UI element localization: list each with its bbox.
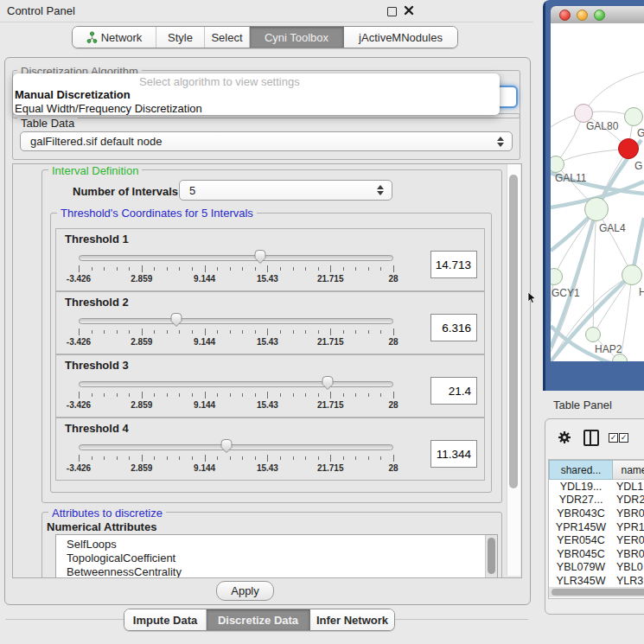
tick-mark <box>179 267 180 271</box>
tick-mark <box>255 330 256 334</box>
threshold-value-field[interactable] <box>430 440 477 468</box>
threshold-slider[interactable]: -3.4262.8599.14415.4321.71528 <box>79 437 393 475</box>
table-row[interactable]: YPR145WYPR1 <box>549 520 644 534</box>
slider-thumb[interactable] <box>220 438 233 454</box>
checkbox-checked-icon[interactable]: ✓ <box>619 433 628 443</box>
table-row[interactable]: YBR045CYBR0 <box>549 547 644 561</box>
graph-node-hap2[interactable] <box>585 327 601 342</box>
tab-select[interactable]: Select <box>205 27 250 48</box>
tick-mark <box>368 330 369 334</box>
numerical-attributes-list[interactable]: SelfLoopsTopologicalCoefficientBetweenne… <box>55 534 498 578</box>
dropdown-placeholder-item[interactable]: Select algorithm to view settings <box>139 75 300 88</box>
columns-icon[interactable] <box>583 430 599 446</box>
tab-impute-data[interactable]: Impute Data <box>124 609 207 630</box>
slider-scale: -3.4262.8599.14415.4321.71528 <box>79 337 393 348</box>
table-row[interactable]: YER054CYER0 <box>549 533 644 547</box>
attribute-list-item[interactable]: TopologicalCoefficient <box>67 552 175 565</box>
slider-track[interactable] <box>79 318 393 324</box>
gear-icon[interactable] <box>558 430 571 444</box>
tick-mark <box>92 393 92 397</box>
table-row[interactable]: YBR043CYBR0 <box>549 507 644 520</box>
table-row[interactable]: YDL19...YDL1 <box>549 480 644 494</box>
tab-discretize-data[interactable]: Discretize Data <box>207 609 310 630</box>
threshold-value-field[interactable] <box>430 377 477 405</box>
column-header-shared-name[interactable]: shared... <box>549 460 613 480</box>
tick-mark <box>92 456 92 460</box>
slider-track[interactable] <box>79 255 393 261</box>
threshold-slider[interactable]: -3.4262.8599.14415.4321.71528 <box>79 311 393 349</box>
checkbox-checked-icon[interactable]: ✓ <box>609 433 618 443</box>
apply-button[interactable]: Apply <box>216 581 274 601</box>
attribute-list-item[interactable]: BetweennessCentrality <box>67 565 182 578</box>
table-cell-name: YBL0 <box>613 561 644 573</box>
table-horizontal-scrollbar[interactable] <box>549 587 644 597</box>
tab-network[interactable]: Network <box>73 27 156 48</box>
minimize-traffic-light[interactable] <box>577 10 588 21</box>
tab-cyni-toolbox[interactable]: Cyni Toolbox <box>250 27 344 48</box>
table-row[interactable]: YDR27...YDR2 <box>549 494 644 507</box>
graph-node-ga[interactable] <box>624 107 643 126</box>
tick-mark <box>117 456 118 460</box>
tick-mark <box>267 455 268 462</box>
tick-mark <box>92 267 92 271</box>
table-row[interactable]: YBL079WYBL0 <box>549 561 644 575</box>
network-canvas[interactable]: GAL80GAGGAL11GAL4GCY1HHAP2 <box>551 23 644 361</box>
node-label: GCY1 <box>552 287 580 299</box>
tick-mark <box>167 393 168 397</box>
table-data-combo[interactable]: galFiltered.sif default node <box>20 131 513 151</box>
graph-node-h[interactable] <box>622 265 642 285</box>
graph-node-g[interactable] <box>618 138 639 159</box>
tick-mark <box>267 265 268 272</box>
tick-mark <box>368 456 369 460</box>
panel-scrollbar-thumb[interactable] <box>509 175 518 488</box>
node-label: GAL4 <box>599 222 626 234</box>
list-scrollbar[interactable] <box>485 535 497 578</box>
slider-ticks <box>79 265 393 272</box>
threshold-value-field[interactable] <box>430 251 477 278</box>
list-scrollbar-thumb[interactable] <box>488 538 495 574</box>
close-traffic-light[interactable] <box>559 10 571 21</box>
tab-infer-network[interactable]: Infer Network <box>310 609 394 630</box>
table-row[interactable]: YLR345WYLR3 <box>549 574 644 587</box>
tab-jactivemnodules[interactable]: jActiveMNodules <box>344 27 457 48</box>
tick-mark <box>117 393 118 397</box>
tick-mark <box>230 456 231 460</box>
close-icon[interactable] <box>404 5 414 16</box>
float-window-icon[interactable] <box>387 7 397 16</box>
scale-label: 2.859 <box>131 463 152 473</box>
tick-mark <box>343 267 344 271</box>
threshold-slider[interactable]: -3.4262.8599.14415.4321.71528 <box>79 248 393 286</box>
dropdown-item-manual-discretization[interactable]: Manual Discretization <box>15 88 131 101</box>
tick-mark <box>79 328 80 335</box>
threshold-value-field[interactable] <box>430 314 477 341</box>
graph-node-gal4[interactable] <box>584 197 609 221</box>
zoom-traffic-light[interactable] <box>594 10 605 21</box>
tab-style[interactable]: Style <box>156 27 205 48</box>
tick-mark <box>393 392 394 399</box>
network-icon <box>86 31 98 43</box>
column-header-name[interactable]: name <box>613 460 644 480</box>
slider-track[interactable] <box>79 444 393 450</box>
number-of-intervals-combo[interactable]: 5 <box>179 180 392 201</box>
tick-mark <box>380 393 381 397</box>
panel-scrollbar[interactable] <box>507 164 520 576</box>
tick-mark <box>104 456 105 460</box>
hscrollbar-thumb[interactable] <box>552 589 644 596</box>
table-cell-name: YDR2 <box>613 494 644 506</box>
algorithm-dropdown-popup: Select algorithm to view settings Manual… <box>13 73 500 115</box>
slider-thumb[interactable] <box>253 249 267 265</box>
slider-track[interactable] <box>79 381 393 387</box>
table-cell-name: YLR3 <box>613 575 644 587</box>
tick-mark <box>343 393 344 397</box>
slider-thumb[interactable] <box>321 375 335 391</box>
slider-thumb[interactable] <box>169 312 183 328</box>
mouse-cursor <box>527 292 538 304</box>
tick-mark <box>129 456 130 460</box>
scale-label: 15.43 <box>257 337 278 347</box>
tick-mark <box>205 328 206 335</box>
threshold-slider[interactable]: -3.4262.8599.14415.4321.71528 <box>79 374 393 412</box>
dropdown-item-equal-width-frequency[interactable]: Equal Width/Frequency Discretization <box>15 102 202 115</box>
tick-mark <box>318 267 319 271</box>
attribute-list-item[interactable]: SelfLoops <box>67 538 117 552</box>
table-panel-toolbar: ✓ ✓ <box>545 419 644 457</box>
